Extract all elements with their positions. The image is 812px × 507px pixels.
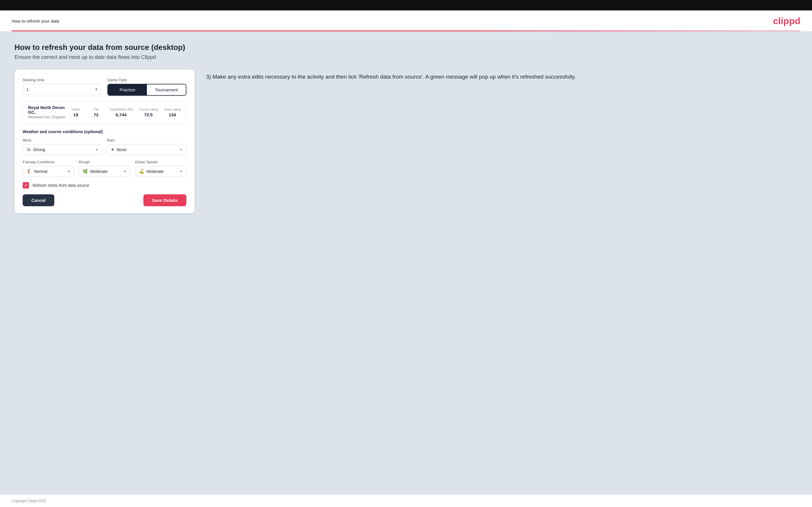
course-stats: Holes 18 Par 72 Yards/White (M)) 6,744 [68, 108, 181, 117]
fairway-value: Normal [34, 169, 47, 174]
slope-rating-label: Slope rating [164, 108, 181, 111]
rough-chevron-icon: ▼ [123, 170, 126, 173]
page-subheading: Ensure the correct and most up to date d… [14, 54, 798, 60]
refresh-label: Refresh shots from data source [33, 183, 89, 188]
starting-hole-select[interactable]: 1 2 10 [22, 84, 102, 95]
green-speed-select[interactable]: ⛳ Moderate ▼ [135, 166, 186, 177]
cancel-button[interactable]: Cancel [22, 194, 54, 206]
rough-label: Rough [79, 160, 130, 164]
wind-value: Strong [33, 147, 45, 152]
course-rating-value: 72.5 [144, 112, 153, 117]
refresh-checkbox-row: ✓ Refresh shots from data source [22, 182, 186, 188]
wind-select[interactable]: 🌬 Strong ▼ [22, 144, 102, 155]
header-title: How to refresh your data [12, 18, 59, 23]
page-wrapper: How to refresh your data clippd How to r… [0, 10, 812, 507]
refresh-checkbox[interactable]: ✓ [22, 182, 29, 188]
starting-hole-label: Starting Hole [22, 78, 102, 82]
course-location: Westward Ho!, England [28, 115, 68, 119]
par-value: 72 [94, 112, 99, 117]
stat-course-rating: Course rating 72.5 [139, 108, 158, 117]
wind-chevron-icon: ▼ [95, 148, 98, 152]
green-speed-value: Moderate [147, 169, 164, 174]
fairway-group: Fairway Conditions 🏌 Normal ▼ [22, 160, 74, 177]
green-speed-label: Green Speed [135, 160, 186, 164]
fairway-select[interactable]: 🏌 Normal ▼ [22, 166, 74, 177]
rain-label: Rain [107, 138, 186, 143]
rain-icon: ☀ [111, 147, 114, 152]
fairway-label: Fairway Conditions [22, 160, 74, 164]
yards-value: 6,744 [115, 112, 126, 117]
rough-group: Rough 🌿 Moderate ▼ [79, 160, 130, 177]
copyright-text: Copyright Clippd 2022 [12, 499, 46, 503]
course-name-col: Royal North Devon GC, Westward Ho!, Engl… [28, 105, 68, 119]
rain-group: Rain ☀ None ▼ [107, 138, 186, 155]
content-area: How to refresh your data from source (de… [0, 31, 812, 495]
yards-label: Yards/White (M)) [109, 108, 133, 111]
green-speed-chevron-icon: ▼ [180, 170, 183, 173]
stat-slope-rating: Slope rating 134 [164, 108, 181, 117]
fairway-icon: 🏌 [27, 169, 32, 174]
button-row: Cancel Save Details [22, 194, 186, 206]
checkmark-icon: ✓ [24, 183, 28, 188]
top-bar [0, 0, 812, 10]
starting-hole-group: Starting Hole 1 2 10 ▼ [22, 78, 102, 96]
game-type-label: Game Type [107, 78, 186, 82]
footer: Copyright Clippd 2022 [0, 495, 812, 507]
form-row-top: Starting Hole 1 2 10 ▼ Game Type [22, 78, 186, 96]
form-card: Starting Hole 1 2 10 ▼ Game Type [14, 70, 195, 213]
game-type-toggle: Practice Tournament [107, 84, 186, 96]
header: How to refresh your data clippd [0, 10, 812, 31]
holes-label: Holes [72, 108, 80, 111]
wind-label: Wind [22, 138, 102, 143]
logo: clippd [773, 16, 800, 26]
side-text: 3) Make any extra edits necessary to the… [206, 70, 798, 81]
page-heading: How to refresh your data from source (de… [14, 43, 798, 52]
rain-value: None [117, 147, 126, 152]
conditions-section-label: Weather and course conditions (optional) [22, 129, 186, 134]
green-speed-group: Green Speed ⛳ Moderate ▼ [135, 160, 186, 177]
fairway-chevron-icon: ▼ [67, 170, 70, 173]
course-name: Royal North Devon GC, [28, 105, 68, 115]
wind-group: Wind 🌬 Strong ▼ [22, 138, 102, 155]
side-text-content: 3) Make any extra edits necessary to the… [206, 72, 798, 81]
course-rating-label: Course rating [139, 108, 158, 111]
stat-holes: Holes 18 [68, 108, 83, 117]
slope-rating-value: 134 [169, 112, 176, 117]
game-type-group: Game Type Practice Tournament [107, 78, 186, 96]
rough-value: Moderate [90, 169, 107, 174]
save-button[interactable]: Save Details [143, 194, 186, 206]
practice-button[interactable]: Practice [108, 84, 147, 95]
rain-chevron-icon: ▼ [180, 148, 183, 152]
main-layout: Starting Hole 1 2 10 ▼ Game Type [14, 70, 798, 213]
wind-icon: 🌬 [27, 147, 31, 152]
rough-select[interactable]: 🌿 Moderate ▼ [79, 166, 130, 177]
rough-icon: 🌿 [83, 169, 88, 174]
green-speed-icon: ⛳ [139, 169, 144, 174]
course-info-box: Royal North Devon GC, Westward Ho!, Engl… [22, 101, 186, 123]
stat-par: Par 72 [89, 108, 103, 117]
stat-yards: Yards/White (M)) 6,744 [109, 108, 133, 117]
holes-value: 18 [73, 112, 79, 117]
rain-select[interactable]: ☀ None ▼ [107, 144, 186, 155]
par-label: Par [94, 108, 98, 111]
wind-rain-row: Wind 🌬 Strong ▼ Rain ☀ None ▼ [22, 138, 186, 155]
starting-hole-wrapper[interactable]: 1 2 10 ▼ [22, 84, 102, 95]
tournament-button[interactable]: Tournament [147, 84, 186, 95]
fairway-rough-green-row: Fairway Conditions 🏌 Normal ▼ Rough 🌿 Mo… [22, 160, 186, 177]
